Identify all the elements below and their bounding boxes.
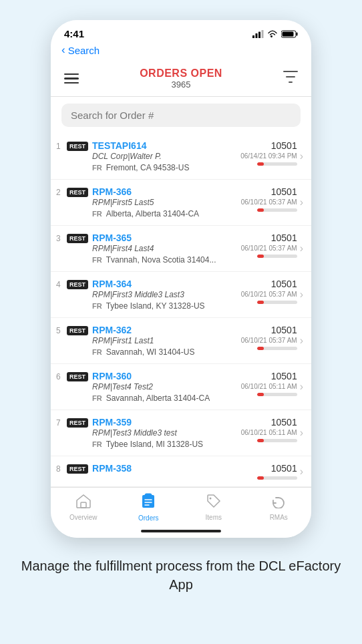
- table-row[interactable]: 7 REST RPM-359 RPM|Test3 Middle3 test FR…: [51, 410, 311, 456]
- nav-label-orders: Orders: [138, 514, 159, 522]
- home-indicator: [51, 524, 311, 538]
- order-right: 10501 06/10/21 05:37 AM: [237, 325, 297, 357]
- order-name: RPM|First5 Last5: [92, 198, 237, 207]
- rest-badge: REST: [67, 372, 88, 381]
- order-id: TESTAPI614: [92, 140, 237, 151]
- order-date: 06/10/21 05:11 AM: [241, 429, 297, 436]
- order-fr-row: FR Alberta, Alberta 31404-CA: [92, 209, 237, 218]
- filter-icon[interactable]: [283, 71, 298, 86]
- rest-badge: REST: [67, 418, 88, 428]
- order-id: RPM-366: [92, 186, 237, 197]
- svg-rect-2: [258, 31, 260, 38]
- chevron-right-icon: ›: [300, 243, 303, 255]
- order-right: 10501 06/14/21 09:34 PM: [237, 140, 297, 172]
- progress-bar-row: [257, 476, 297, 480]
- order-number: 10501: [271, 186, 297, 197]
- rest-badge: REST: [67, 280, 88, 289]
- progress-bar: [257, 162, 297, 166]
- table-row[interactable]: 8 REST RPM-358 10501 ›: [51, 456, 311, 487]
- items-icon: [206, 494, 221, 512]
- rest-badge: REST: [67, 464, 88, 474]
- orders-title: ORDERS OPEN: [140, 67, 222, 79]
- back-arrow-icon: ‹: [61, 43, 65, 57]
- nav-item-rmas[interactable]: RMAs: [258, 494, 299, 521]
- nav-item-items[interactable]: Items: [194, 494, 234, 521]
- hamburger-menu[interactable]: [64, 73, 79, 84]
- app-header: ORDERS OPEN 3965: [51, 62, 311, 97]
- order-fr: FR: [92, 440, 102, 448]
- progress-bar: [257, 393, 297, 396]
- back-button[interactable]: ‹ Search: [61, 43, 100, 57]
- progress-fill: [257, 162, 264, 166]
- search-bar: [51, 97, 311, 134]
- progress-bar: [257, 347, 297, 350]
- chevron-right-icon: ›: [300, 150, 303, 162]
- order-details: RPM-366 RPM|First5 Last5 FR Alberta, Alb…: [92, 186, 237, 218]
- order-fr: FR: [92, 164, 102, 172]
- order-fr-row: FR Savannah, Alberta 31404-CA: [92, 393, 237, 403]
- progress-bar-row: [257, 393, 297, 396]
- svg-rect-0: [252, 35, 254, 38]
- order-fr-row: FR Fremont, CA 94538-US: [92, 163, 237, 172]
- order-fr: FR: [92, 210, 102, 218]
- rest-badge: REST: [67, 234, 88, 243]
- rest-badge: REST: [67, 326, 88, 335]
- order-name: RPM|First4 Last4: [92, 244, 237, 253]
- order-details: RPM-364 RPM|First3 Middle3 Last3 FR Tybe…: [92, 279, 237, 311]
- phone-screen: 4:41: [51, 20, 311, 538]
- order-id: RPM-364: [92, 279, 237, 289]
- row-number: 4: [56, 279, 67, 311]
- progress-bar: [257, 439, 297, 442]
- bottom-nav: Overview Orders Items RMAs: [51, 487, 311, 524]
- order-fr-row: FR Tvannah, Nova Scotia 31404...: [92, 255, 237, 265]
- row-number: 5: [56, 325, 67, 357]
- order-fr-row: FR Tybee Island, MI 31328-US: [92, 440, 237, 449]
- status-time: 4:41: [64, 28, 84, 39]
- order-name: RPM|Test4 Test2: [92, 382, 237, 391]
- order-number: 10501: [271, 417, 297, 428]
- rest-badge: REST: [67, 142, 88, 151]
- nav-label-rmas: RMAs: [270, 514, 288, 521]
- table-row[interactable]: 1 REST TESTAPI614 DCL Corp|Walter P. FR …: [51, 134, 311, 180]
- table-row[interactable]: 6 REST RPM-360 RPM|Test4 Test2 FR Savann…: [51, 364, 311, 410]
- row-number: 8: [56, 463, 67, 480]
- order-id: RPM-359: [92, 417, 237, 428]
- order-details: TESTAPI614 DCL Corp|Walter P. FR Fremont…: [92, 140, 237, 172]
- progress-fill: [257, 255, 264, 258]
- order-right: 10501 06/10/21 05:11 AM: [237, 371, 297, 403]
- battery-icon: [281, 30, 298, 38]
- nav-item-overview[interactable]: Overview: [63, 494, 104, 521]
- status-bar: 4:41: [51, 20, 311, 42]
- order-name: RPM|Test3 Middle3 test: [92, 428, 237, 438]
- chevron-right-icon: ›: [300, 466, 303, 478]
- progress-bar-row: [257, 347, 297, 350]
- svg-point-13: [209, 498, 211, 500]
- table-row[interactable]: 2 REST RPM-366 RPM|First5 Last5 FR Alber…: [51, 180, 311, 226]
- order-right: 10501 06/10/21 05:37 AM: [237, 186, 297, 218]
- order-number: 10501: [271, 463, 297, 474]
- table-row[interactable]: 3 REST RPM-365 RPM|First4 Last4 FR Tvann…: [51, 226, 311, 272]
- row-number: 7: [56, 417, 67, 449]
- order-fr: FR: [92, 302, 102, 310]
- table-row[interactable]: 5 REST RPM-362 RPM|First1 Last1 FR Savan…: [51, 318, 311, 364]
- order-location: Alberta, Alberta 31404-CA: [106, 209, 199, 218]
- progress-bar-row: [257, 208, 297, 212]
- signal-icon: [252, 30, 264, 38]
- progress-fill: [257, 347, 264, 350]
- order-number: 10501: [271, 232, 297, 243]
- wifi-icon: [267, 30, 278, 38]
- progress-bar-row: [257, 255, 297, 258]
- progress-bar-row: [257, 162, 297, 166]
- nav-item-orders[interactable]: Orders: [128, 493, 168, 522]
- back-label: Search: [68, 45, 100, 56]
- row-number: 6: [56, 371, 67, 403]
- phone-wrapper: 4:41: [0, 0, 362, 644]
- table-row[interactable]: 4 REST RPM-364 RPM|First3 Middle3 Last3 …: [51, 272, 311, 318]
- progress-bar: [257, 255, 297, 258]
- order-date: 06/10/21 05:37 AM: [241, 198, 297, 206]
- search-input[interactable]: [61, 104, 301, 127]
- chevron-right-icon: ›: [300, 381, 303, 393]
- order-fr-row: FR Tybee Island, KY 31328-US: [92, 301, 237, 311]
- nav-label-overview: Overview: [69, 514, 98, 521]
- order-details: RPM-360 RPM|Test4 Test2 FR Savannah, Alb…: [92, 371, 237, 403]
